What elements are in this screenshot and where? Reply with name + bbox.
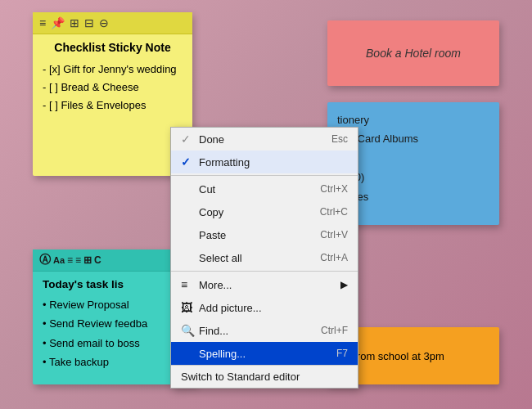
menu-shortcut-paste: Ctrl+V — [320, 229, 348, 240]
task-1: • Review Proposal — [43, 295, 187, 314]
menu-check-find: 🔍 — [181, 324, 199, 337]
menu-label-paste: Paste — [199, 229, 313, 241]
teal-toolbar-list2[interactable]: ≡ — [75, 254, 81, 266]
menu-separator — [171, 271, 358, 272]
menu-label-find: Find... — [199, 325, 314, 337]
teal-toolbar-list1[interactable]: ≡ — [67, 254, 73, 266]
switch-editor-label: Switch to Standard editor — [181, 371, 348, 383]
menu-check-done: ✓ — [181, 133, 199, 146]
blue-line-3: 30 — [337, 149, 489, 168]
minimize-icon[interactable]: ⊟ — [84, 16, 94, 29]
close-icon[interactable]: ⊖ — [99, 16, 109, 29]
menu-item-more[interactable]: ≡More...▶ — [171, 273, 358, 296]
teal-note-body: • Review Proposal • Send Review feedba •… — [43, 295, 187, 372]
menu-label-copy: Copy — [199, 206, 313, 218]
menu-item-cut[interactable]: CutCtrl+X — [171, 178, 358, 200]
menu-item-switch-editor[interactable]: Switch to Standard editor — [171, 365, 358, 388]
menu-shortcut-cut: Ctrl+X — [320, 183, 348, 195]
menu-item-spelling[interactable]: Spelling...F7 — [171, 342, 358, 365]
menu-label-cut: Cut — [199, 183, 313, 196]
menu-item-add-picture[interactable]: 🖼Add picture... — [171, 296, 358, 319]
blue-note-body: tionery ting Card Albums 30 s (10) elope… — [337, 110, 489, 206]
checklist-item-3: - [ ] Files & Envelopes — [43, 97, 183, 115]
blue-line-2: ting Card Albums — [337, 129, 489, 148]
task-4: • Take backup — [43, 353, 187, 371]
blue-line-1: tionery — [337, 110, 489, 129]
menu-label-done: Done — [199, 133, 325, 146]
yellow-note-toolbar: ≡ 📌 ⊞ ⊟ ⊖ — [33, 12, 192, 34]
teal-toolbar-a[interactable]: Ⓐ — [39, 253, 51, 267]
menu-shortcut-find: Ctrl+F — [321, 325, 348, 336]
menu-check-more: ≡ — [181, 278, 199, 291]
pin-icon[interactable]: 📌 — [51, 16, 65, 29]
teal-note-title: Today's task lis — [43, 278, 187, 290]
menu-check-formatting: ✓ — [181, 155, 199, 169]
menu-arrow-more: ▶ — [340, 279, 348, 290]
sticky-note-pink: Book a Hotel room — [327, 20, 499, 86]
hamburger-icon[interactable]: ≡ — [39, 16, 46, 29]
yellow-note-body: - [x] Gift for Jenny's wedding - [ ] Bre… — [43, 61, 183, 115]
checklist-item-2: - [ ] Bread & Cheese — [43, 79, 183, 97]
menu-item-paste[interactable]: PasteCtrl+V — [171, 223, 358, 246]
menu-item-formatting[interactable]: ✓Formatting — [171, 151, 358, 173]
sticky-note-yellow: ≡ 📌 ⊞ ⊟ ⊖ Checklist Sticky Note - [x] Gi… — [33, 12, 192, 176]
pink-note-content: Book a Hotel room — [366, 47, 461, 60]
menu-item-done[interactable]: ✓DoneEsc — [171, 128, 358, 151]
teal-toolbar-grid[interactable]: ⊞ — [83, 254, 92, 266]
menu-label-more: More... — [199, 279, 337, 291]
menu-separator — [171, 175, 358, 176]
menu-item-select-all[interactable]: Select allCtrl+A — [171, 246, 358, 269]
resize-icon[interactable]: ⊞ — [70, 16, 79, 29]
menu-shortcut-copy: Ctrl+C — [320, 206, 348, 218]
checklist-item-1: - [x] Gift for Jenny's wedding — [43, 61, 183, 79]
blue-line-5: elopes — [337, 187, 489, 206]
menu-label-spelling: Spelling... — [199, 348, 330, 360]
menu-shortcut-done: Esc — [331, 133, 348, 145]
context-menu: ✓DoneEsc✓FormattingCutCtrl+XCopyCtrl+CPa… — [170, 127, 358, 389]
menu-label-add-picture: Add picture... — [199, 302, 348, 314]
yellow-note-title: Checklist Sticky Note — [43, 41, 183, 54]
task-2: • Send Review feedba — [43, 314, 187, 333]
menu-label-select-all: Select all — [199, 252, 313, 264]
menu-item-copy[interactable]: CopyCtrl+C — [171, 200, 358, 223]
blue-line-4: s (10) — [337, 168, 489, 187]
menu-shortcut-select-all: Ctrl+A — [320, 252, 348, 263]
menu-item-find[interactable]: 🔍Find...Ctrl+F — [171, 319, 358, 342]
menu-check-add-picture: 🖼 — [181, 301, 199, 314]
task-3: • Send email to boss — [43, 334, 187, 353]
menu-label-formatting: Formatting — [199, 156, 348, 169]
menu-shortcut-spelling: F7 — [336, 348, 348, 359]
teal-toolbar-c[interactable]: C — [94, 254, 101, 266]
teal-toolbar-aa[interactable]: Aa — [53, 255, 65, 265]
